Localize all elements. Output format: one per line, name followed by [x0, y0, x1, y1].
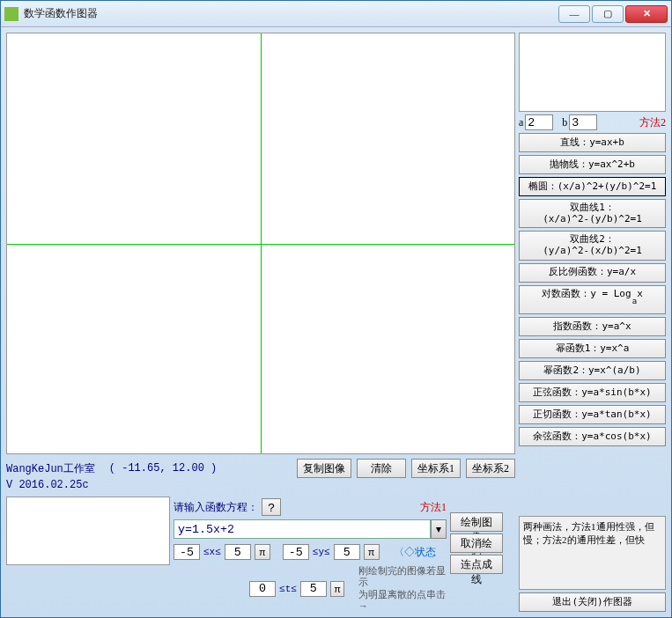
x-max-input[interactable]	[225, 544, 251, 560]
hyperbola2-func-button[interactable]: 双曲线2：(y/a)^2-(x/b)^2=1	[519, 231, 666, 260]
pi-button-y[interactable]: π	[364, 544, 380, 560]
ellipse-func-button[interactable]: 椭圆：(x/a)^2+(y/b)^2=1	[519, 177, 666, 196]
hyperbola1-func-button[interactable]: 双曲线1：(x/a)^2-(y/b)^2=1	[519, 199, 666, 228]
b-label: b	[562, 116, 567, 129]
t-max-input[interactable]	[300, 581, 327, 597]
window-title: 数学函数作图器	[24, 6, 557, 21]
b-input[interactable]	[569, 114, 597, 130]
y-max-input[interactable]	[334, 544, 360, 560]
tan-func-button[interactable]: 正切函数：y=a*tan(b*x)	[519, 405, 666, 424]
log-func-button[interactable]: 对数函数：y = Log x a	[519, 285, 666, 314]
inverse-func-button[interactable]: 反比例函数：y=a/x	[519, 263, 666, 283]
maximize-button[interactable]: ▢	[592, 5, 624, 23]
status-label: 〈◇状态	[394, 545, 436, 560]
method1-label: 方法1	[420, 500, 447, 515]
clear-button[interactable]: 清除	[357, 459, 406, 478]
pi-button-t[interactable]: π	[330, 581, 345, 597]
power2-func-button[interactable]: 幂函数2：y=x^(a/b)	[519, 361, 666, 380]
exp-func-button[interactable]: 指数函数：y=a^x	[519, 317, 666, 336]
y-axis	[261, 33, 262, 453]
preview-box	[519, 33, 666, 112]
plot-canvas[interactable]	[6, 33, 515, 454]
help-button[interactable]: ?	[262, 498, 281, 516]
power1-func-button[interactable]: 幂函数1：y=x^a	[519, 339, 666, 358]
copy-image-button[interactable]: 复制图像	[297, 459, 351, 478]
t-range-label: ≤t≤	[279, 584, 297, 594]
studio-label: WangKeJun工作室	[6, 461, 95, 476]
line-func-button[interactable]: 直线：y=ax+b	[519, 133, 666, 152]
pi-button-x[interactable]: π	[255, 544, 270, 560]
equation-prompt: 请输入函数方程：	[174, 500, 258, 515]
connect-points-button[interactable]: 连点成线	[450, 555, 503, 574]
close-button[interactable]: ✕	[625, 5, 668, 23]
draw-button[interactable]: 绘制图像	[450, 512, 503, 532]
equation-dropdown-button[interactable]: ▾	[431, 519, 447, 539]
hint-text: 刚绘制完的图像若显示 为明显离散的点串击→	[358, 565, 447, 612]
app-icon	[4, 7, 18, 21]
coord1-button[interactable]: 坐标系1	[411, 459, 461, 478]
titlebar[interactable]: 数学函数作图器 — ▢ ✕	[1, 1, 671, 27]
version-label: V 2016.02.25c	[6, 479, 515, 491]
cos-func-button[interactable]: 余弦函数：y=a*cos(b*x)	[519, 427, 666, 446]
y-range-label: ≤y≤	[313, 547, 330, 557]
exit-button[interactable]: 退出(关闭)作图器	[519, 592, 666, 612]
minimize-button[interactable]: —	[558, 5, 590, 23]
method2-label: 方法2	[639, 115, 666, 130]
parabola-func-button[interactable]: 抛物线：y=ax^2+b	[519, 155, 666, 174]
app-window: 数学函数作图器 — ▢ ✕ WangKeJun工作室 ( -11.65, 12.…	[0, 0, 672, 618]
sin-func-button[interactable]: 正弦函数：y=a*sin(b*x)	[519, 383, 666, 402]
info-box: 两种画法，方法1通用性强，但慢；方法2的通用性差，但快	[519, 516, 666, 590]
a-label: a	[519, 116, 523, 129]
secondary-preview	[6, 497, 170, 565]
y-min-input[interactable]	[283, 544, 309, 560]
coord2-button[interactable]: 坐标系2	[466, 459, 515, 478]
cancel-draw-button[interactable]: 取消绘制	[450, 533, 503, 553]
cursor-coords: ( -11.65, 12.00 )	[109, 462, 217, 475]
x-min-input[interactable]	[174, 544, 200, 560]
t-min-input[interactable]	[249, 581, 276, 597]
equation-input[interactable]	[174, 519, 431, 539]
x-range-label: ≤x≤	[203, 547, 221, 557]
content-area: WangKeJun工作室 ( -11.65, 12.00 ) 复制图像 清除 坐…	[1, 27, 671, 617]
a-input[interactable]	[525, 114, 553, 130]
